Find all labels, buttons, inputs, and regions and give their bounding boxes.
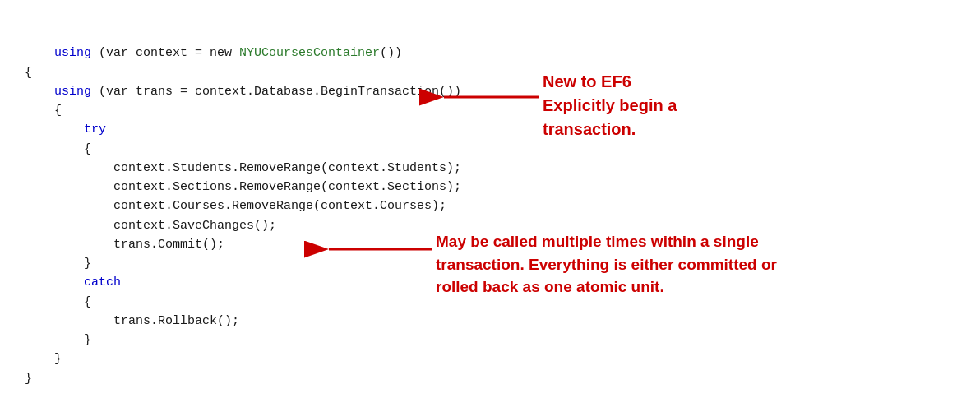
keyword-try: try bbox=[84, 123, 106, 137]
keyword-using1: using bbox=[54, 46, 91, 60]
keyword-catch: catch bbox=[84, 275, 121, 289]
annotation-top: New to EF6Explicitly begin atransaction. bbox=[543, 70, 797, 141]
main-container: using (var context = new NYUCoursesConta… bbox=[0, 0, 980, 412]
annotation-bottom: May be called multiple times within a si… bbox=[436, 230, 945, 299]
keyword-using2: using bbox=[54, 85, 91, 99]
class-name: NYUCoursesContainer bbox=[239, 46, 380, 60]
code-block: using (var context = new NYUCoursesConta… bbox=[25, 16, 461, 396]
